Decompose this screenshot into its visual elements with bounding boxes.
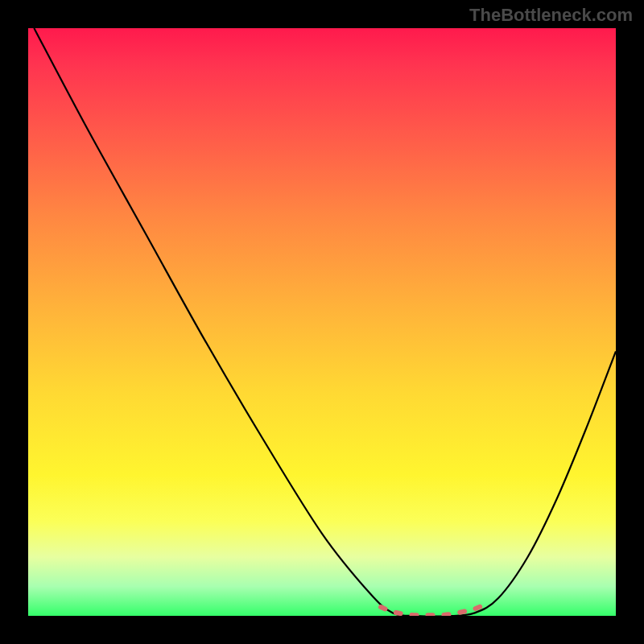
watermark-text: TheBottleneck.com (469, 5, 633, 26)
main-curve (34, 28, 616, 616)
chart-plot-area (28, 28, 616, 616)
chart-svg (28, 28, 616, 616)
